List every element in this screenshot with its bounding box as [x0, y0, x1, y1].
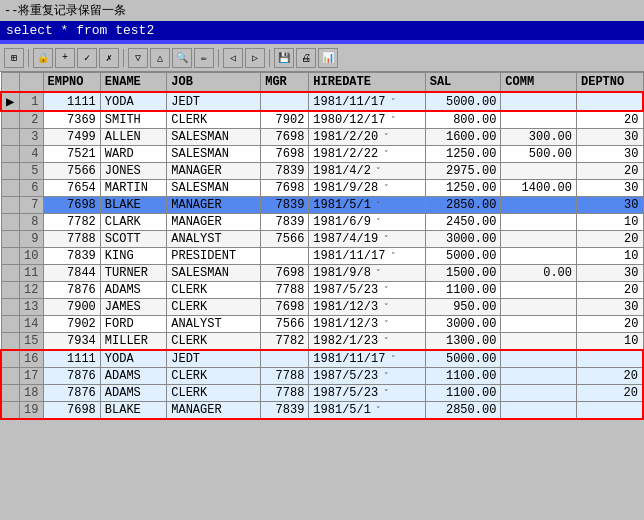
table-row[interactable]: 87782CLARKMANAGER78391981/6/9 ˅2450.0010 [1, 214, 643, 231]
chart-icon[interactable]: 📊 [318, 48, 338, 68]
nav-right-icon[interactable]: ▷ [245, 48, 265, 68]
cell-job: JEDT [167, 92, 261, 111]
row-number: 6 [19, 180, 43, 197]
cell-ename: KING [100, 248, 166, 265]
cell-job: SALESMAN [167, 129, 261, 146]
cell-hiredate: 1987/4/19 ˅ [309, 231, 425, 248]
table-row[interactable]: 27369SMITHCLERK79021980/12/17 ˅800.0020 [1, 111, 643, 129]
cell-deptno: 30 [577, 265, 644, 282]
header-ename[interactable]: ENAME [100, 73, 166, 93]
add-icon[interactable]: + [55, 48, 75, 68]
lock-icon[interactable]: 🔒 [33, 48, 53, 68]
cell-deptno: 30 [577, 299, 644, 316]
row-marker-cell [1, 385, 19, 402]
cell-empno: 7369 [43, 111, 100, 129]
cell-job: MANAGER [167, 163, 261, 180]
table-row[interactable]: 127876ADAMSCLERK77881987/5/23 ˅1100.0020 [1, 282, 643, 299]
cell-sal: 1250.00 [425, 180, 501, 197]
table-row[interactable]: ▶11111YODAJEDT1981/11/17 ˅5000.00 [1, 92, 643, 111]
cell-deptno: 20 [577, 385, 644, 402]
table-row[interactable]: 161111YODAJEDT1981/11/17 ˅5000.00 [1, 350, 643, 368]
row-number: 15 [19, 333, 43, 351]
cell-mgr: 7839 [261, 163, 309, 180]
cell-comm: 1400.00 [501, 180, 577, 197]
cell-hiredate: 1981/9/28 ˅ [309, 180, 425, 197]
print-icon[interactable]: 🖨 [296, 48, 316, 68]
cell-sal: 1300.00 [425, 333, 501, 351]
table-row[interactable]: 197698BLAKEMANAGER78391981/5/1 ˅2850.00 [1, 402, 643, 420]
table-row[interactable]: 157934MILLERCLERK77821982/1/23 ˅1300.001… [1, 333, 643, 351]
cell-comm [501, 282, 577, 299]
row-number: 16 [19, 350, 43, 368]
header-hiredate[interactable]: HIREDATE [309, 73, 425, 93]
row-number: 12 [19, 282, 43, 299]
header-empno[interactable]: EMPNO [43, 73, 100, 93]
row-number: 1 [19, 92, 43, 111]
grid-icon[interactable]: ⊞ [4, 48, 24, 68]
cell-deptno: 20 [577, 282, 644, 299]
search-icon[interactable]: 🔍 [172, 48, 192, 68]
filter-up-icon[interactable]: △ [150, 48, 170, 68]
row-number: 19 [19, 402, 43, 420]
cell-mgr: 7698 [261, 180, 309, 197]
cell-sal: 800.00 [425, 111, 501, 129]
cell-sal: 2450.00 [425, 214, 501, 231]
table-row[interactable]: 177876ADAMSCLERK77881987/5/23 ˅1100.0020 [1, 368, 643, 385]
cell-job: MANAGER [167, 197, 261, 214]
cell-sal: 3000.00 [425, 231, 501, 248]
cell-mgr: 7698 [261, 299, 309, 316]
row-marker-cell [1, 231, 19, 248]
header-comm[interactable]: COMM [501, 73, 577, 93]
header-mgr[interactable]: MGR [261, 73, 309, 93]
row-marker-cell [1, 368, 19, 385]
table-row[interactable]: 47521WARDSALESMAN76981981/2/22 ˅1250.005… [1, 146, 643, 163]
cell-empno: 1111 [43, 350, 100, 368]
cell-job: CLERK [167, 282, 261, 299]
cancel-icon[interactable]: ✗ [99, 48, 119, 68]
sql-bar: select * from test2 [0, 21, 644, 40]
table-row[interactable]: 107839KINGPRESIDENT1981/11/17 ˅5000.0010 [1, 248, 643, 265]
cell-empno: 7782 [43, 214, 100, 231]
row-number: 8 [19, 214, 43, 231]
cell-deptno: 20 [577, 231, 644, 248]
table-row[interactable]: 147902FORDANALYST75661981/12/3 ˅3000.002… [1, 316, 643, 333]
cell-ename: FORD [100, 316, 166, 333]
table-row[interactable]: 97788SCOTTANALYST75661987/4/19 ˅3000.002… [1, 231, 643, 248]
cell-job: ANALYST [167, 231, 261, 248]
cell-ename: JAMES [100, 299, 166, 316]
check-icon[interactable]: ✓ [77, 48, 97, 68]
cell-ename: WARD [100, 146, 166, 163]
cell-sal: 5000.00 [425, 350, 501, 368]
cell-comm [501, 368, 577, 385]
cell-deptno: 20 [577, 368, 644, 385]
table-row[interactable]: 37499ALLENSALESMAN76981981/2/20 ˅1600.00… [1, 129, 643, 146]
header-deptno[interactable]: DEPTNO [577, 73, 644, 93]
header-sal[interactable]: SAL [425, 73, 501, 93]
cell-empno: 7900 [43, 299, 100, 316]
save-icon[interactable]: 💾 [274, 48, 294, 68]
cell-hiredate: 1981/4/2 ˅ [309, 163, 425, 180]
table-row[interactable]: 117844TURNERSALESMAN76981981/9/8 ˅1500.0… [1, 265, 643, 282]
cell-sal: 2850.00 [425, 402, 501, 420]
cell-job: SALESMAN [167, 146, 261, 163]
cell-ename: SCOTT [100, 231, 166, 248]
filter-down-icon[interactable]: ▽ [128, 48, 148, 68]
cell-deptno: 30 [577, 197, 644, 214]
header-job[interactable]: JOB [167, 73, 261, 93]
table-row[interactable]: 137900JAMESCLERK76981981/12/3 ˅950.0030 [1, 299, 643, 316]
cell-comm: 0.00 [501, 265, 577, 282]
row-marker-cell [1, 299, 19, 316]
table-row[interactable]: 57566JONESMANAGER78391981/4/2 ˅2975.0020 [1, 163, 643, 180]
table-row[interactable]: 187876ADAMSCLERK77881987/5/23 ˅1100.0020 [1, 385, 643, 402]
cell-ename: SMITH [100, 111, 166, 129]
cell-mgr: 7788 [261, 282, 309, 299]
nav-left-icon[interactable]: ◁ [223, 48, 243, 68]
table-row[interactable]: 67654MARTINSALESMAN76981981/9/28 ˅1250.0… [1, 180, 643, 197]
cell-hiredate: 1981/5/1 ˅ [309, 197, 425, 214]
cell-comm [501, 163, 577, 180]
cell-empno: 7876 [43, 282, 100, 299]
cell-sal: 1600.00 [425, 129, 501, 146]
pencil-icon[interactable]: ✏ [194, 48, 214, 68]
cell-ename: BLAKE [100, 402, 166, 420]
table-row[interactable]: 77698BLAKEMANAGER78391981/5/1 ˅2850.0030 [1, 197, 643, 214]
